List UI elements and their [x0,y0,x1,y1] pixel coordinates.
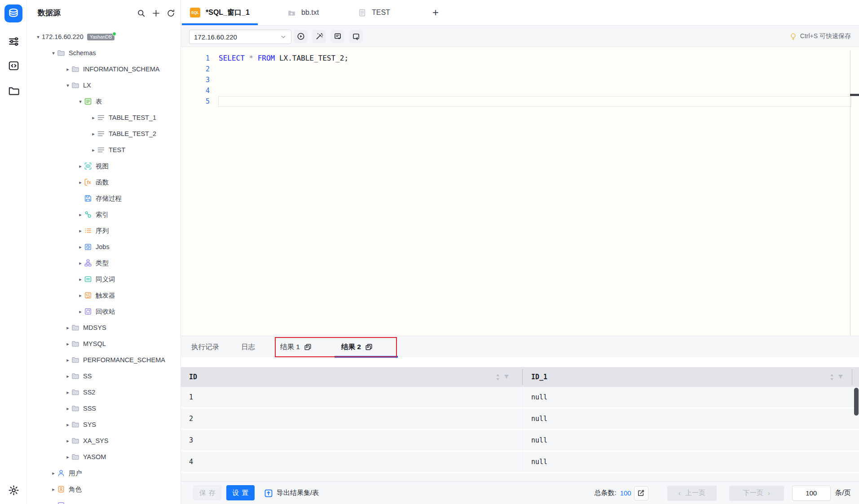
tree-item-sys[interactable]: ▸SYS [27,416,181,433]
tree-item-用户[interactable]: ▸用户 [27,465,181,481]
save-button[interactable]: 保存 [193,485,222,500]
rail-button-sliders[interactable] [4,32,22,50]
tree-item-performance_schema[interactable]: ▸PERFORMANCE_SCHEMA [27,352,181,368]
caret-right-icon[interactable]: ▸ [77,293,84,298]
table-row[interactable]: 1 null [181,387,859,408]
caret-right-icon[interactable]: ▸ [90,115,97,121]
tab-bbtxt[interactable]: bb.txt [287,0,319,25]
column-header-id[interactable]: ID [189,367,197,387]
tree-item-xa_sys[interactable]: ▸XA_SYS [27,433,181,449]
settings-button[interactable]: 设置 [226,485,255,500]
result-tab-日志[interactable]: 日志 [241,336,255,358]
next-page-button[interactable]: 下一页› [729,486,784,501]
tree-item-视图[interactable]: ▸视图 [27,158,181,174]
caret-down-icon[interactable]: ▾ [77,99,84,105]
tree-item-table_test_2[interactable]: ▸TABLE_TEST_2 [27,126,181,142]
caret-right-icon[interactable]: ▸ [77,228,84,234]
tree-item-jobs[interactable]: ▸Jobs [27,239,181,255]
cell-id1[interactable]: null [531,408,547,429]
tree-item-mysql[interactable]: ▸MYSQL [27,336,181,352]
editor-line-1[interactable]: 1SELECT * FROM LX.TABLE_TEST_2; [181,53,859,64]
table-row[interactable]: 3 null [181,430,859,451]
caret-down-icon[interactable]: ▾ [64,83,71,88]
caret-right-icon[interactable]: ▸ [77,276,84,282]
plus-icon[interactable] [151,9,160,18]
rollback-button[interactable] [349,30,363,43]
column-header-id1[interactable]: ID_1 [531,367,547,387]
caret-right-icon[interactable]: ▸ [64,66,71,72]
search-icon[interactable] [137,9,145,18]
tree-item-schemas[interactable]: ▾Schemas [27,45,181,61]
caret-right-icon[interactable]: ▸ [77,163,84,169]
tree-item-类型[interactable]: ▸类型 [27,255,181,271]
caret-right-icon[interactable]: ▸ [77,260,84,266]
tree-item-information_schema[interactable]: ▸INFORMATION_SCHEMA [27,61,181,77]
caret-right-icon[interactable]: ▸ [77,212,84,218]
tree-item-mdsys[interactable]: ▸MDSYS [27,320,181,336]
tree-item-存储过程[interactable]: 存储过程 [27,190,181,206]
tree-item-172.16.60.220[interactable]: ▾172.16.60.220YashanDB [27,29,181,45]
table-row[interactable]: 4 null [181,451,859,473]
caret-right-icon[interactable]: ▸ [64,357,71,363]
caret-right-icon[interactable]: ▸ [77,180,84,185]
column-divider[interactable] [522,369,523,385]
tab-test[interactable]: TEST [358,0,390,25]
export-resultset-button[interactable]: 导出结果集/表 [264,482,319,504]
check-doc-button[interactable] [330,30,344,43]
rail-button-folder-outline[interactable] [4,82,22,100]
page-size-input[interactable]: 100 [792,486,831,501]
caret-right-icon[interactable]: ▸ [50,486,57,492]
tree-item-sss[interactable]: ▸SSS [27,400,181,416]
tree-item-test[interactable]: ▸TEST [27,142,181,158]
tree-item-ss[interactable]: ▸SS [27,368,181,384]
caret-right-icon[interactable]: ▸ [50,503,57,504]
tree-item-索引[interactable]: ▸索引 [27,206,181,223]
caret-right-icon[interactable]: ▸ [64,422,71,428]
caret-right-icon[interactable]: ▸ [64,390,71,395]
cell-id[interactable]: 1 [189,387,193,408]
cell-id1[interactable]: null [531,387,547,408]
connection-select[interactable]: 172.16.60.220 [189,30,291,44]
editor-line-3[interactable]: 3 [181,75,859,85]
editor-line-2[interactable]: 2 [181,64,859,75]
tree-item-表[interactable]: ▾表 [27,93,181,110]
caret-down-icon[interactable]: ▾ [50,50,57,56]
caret-right-icon[interactable]: ▸ [90,131,97,137]
editor-line-4[interactable]: 4 [181,85,859,96]
open-result-stats-button[interactable] [634,486,648,500]
cell-id[interactable]: 2 [189,408,193,429]
sort-icon[interactable] [829,374,835,381]
caret-right-icon[interactable]: ▸ [64,325,71,331]
caret-right-icon[interactable]: ▸ [64,406,71,412]
caret-down-icon[interactable]: ▾ [35,34,42,40]
tree-item-yasom[interactable]: ▸YASOM [27,449,181,465]
tree-item-ss2[interactable]: ▸SS2 [27,384,181,400]
tree-item-table_test_1[interactable]: ▸TABLE_TEST_1 [27,110,181,126]
tree-item-函数[interactable]: ▸fx函数 [27,174,181,190]
rail-button-database[interactable] [4,4,22,22]
cell-id[interactable]: 4 [189,451,193,472]
table-row[interactable]: 2 null [181,408,859,430]
cell-id[interactable]: 3 [189,430,193,451]
editor-line-5[interactable]: 5 [181,96,859,107]
cell-id1[interactable]: null [531,451,547,472]
caret-right-icon[interactable]: ▸ [77,244,84,250]
prev-page-button[interactable]: ‹上一页 [667,486,717,501]
tab-sql_窗口_1[interactable]: SQL*SQL_窗口_1 [190,0,250,25]
refresh-icon[interactable] [166,9,175,18]
caret-right-icon[interactable]: ▸ [64,454,71,460]
tree-item-触发器[interactable]: ▸触发器 [27,287,181,303]
new-tab-button[interactable]: + [429,6,442,19]
sql-editor[interactable]: 1SELECT * FROM LX.TABLE_TEST_2;2345 [181,47,859,336]
sort-icon[interactable] [495,374,501,381]
tree-item-角色[interactable]: ▸角色 [27,481,181,497]
results-vertical-scrollbar[interactable] [854,388,859,416]
result-tab-执行记录[interactable]: 执行记录 [191,336,219,358]
cell-id1[interactable]: null [531,430,547,451]
column-divider[interactable] [852,369,852,385]
settings-gear-button[interactable] [6,483,21,497]
tree-item-序列[interactable]: ▸序列 [27,223,181,239]
tree-item-clipped[interactable]: ▸ [27,497,181,504]
caret-right-icon[interactable]: ▸ [50,470,57,476]
tree-item-同义词[interactable]: ▸同义词 [27,271,181,287]
